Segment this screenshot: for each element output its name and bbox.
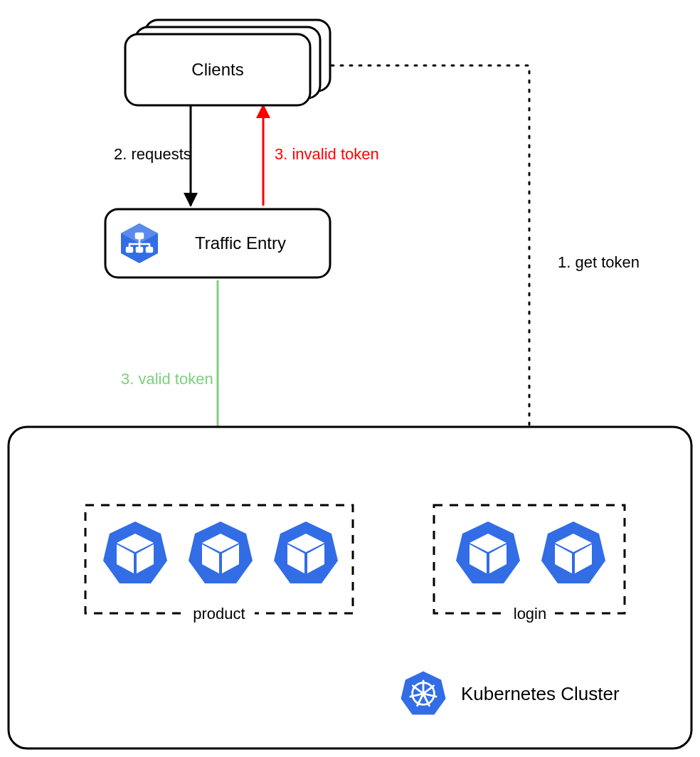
cluster-label: Kubernetes Cluster: [461, 683, 620, 704]
edge-requests-label: 2. requests: [114, 145, 191, 163]
product-group-label: product: [193, 605, 245, 623]
edge-invalid-token-label: 3. invalid token: [275, 145, 379, 163]
login-group-label: login: [514, 605, 546, 623]
edge-get-token-label: 1. get token: [558, 253, 640, 271]
clients-label: Clients: [191, 60, 243, 79]
traffic-entry-node: Traffic Entry: [105, 209, 330, 277]
kubernetes-cluster: product login Kubernetes Cluster: [9, 427, 691, 748]
traffic-entry-label: Traffic Entry: [195, 233, 286, 253]
architecture-diagram: 2. requests 3. invalid token 3. valid to…: [0, 0, 700, 757]
clients-node: Clients: [125, 20, 330, 105]
edge-valid-token-label: 3. valid token: [121, 370, 213, 388]
